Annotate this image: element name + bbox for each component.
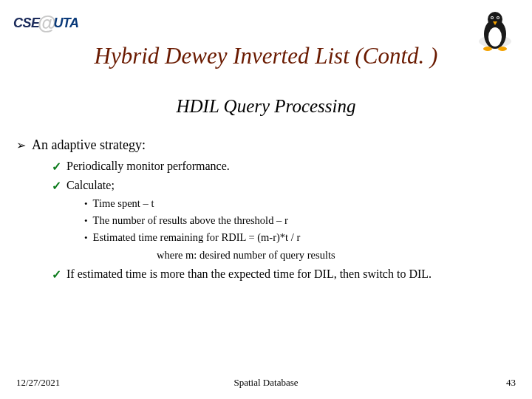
- list-item: ➢ An adaptive strategy:: [16, 137, 516, 154]
- list-item: • Time spent – t: [84, 197, 516, 211]
- lvl2-text: If estimated time is more than the expec…: [66, 267, 432, 281]
- dot-icon: •: [84, 214, 88, 228]
- dot-icon: •: [84, 231, 88, 245]
- list-item: ✓ Calculate;: [52, 179, 516, 194]
- lvl3-text: Estimated time remaining for RDIL = (m-r…: [93, 231, 301, 244]
- logo-cse: CSE: [13, 16, 40, 30]
- where-clause: where m: desired number of query results: [157, 249, 516, 262]
- lvl3-text: The number of results above the threshol…: [93, 214, 288, 227]
- list-item: • Estimated time remaining for RDIL = (m…: [84, 231, 516, 245]
- footer-label: Spatial Database: [16, 377, 516, 389]
- svg-point-7: [497, 17, 499, 18]
- lvl2-text: Periodically monitor performance.: [66, 160, 230, 173]
- content-body: ➢ An adaptive strategy: ✓ Periodically m…: [16, 133, 516, 285]
- check-icon: ✓: [52, 160, 61, 174]
- lvl3-text: Time spent – t: [93, 197, 154, 210]
- list-item: • The number of results above the thresh…: [84, 214, 516, 228]
- svg-point-6: [491, 17, 493, 18]
- logo-uta: UTA: [53, 16, 78, 30]
- logo-left: CSE@UTA: [13, 12, 79, 35]
- footer: 12/27/2021 Spatial Database 43: [16, 377, 516, 389]
- dot-icon: •: [84, 197, 88, 211]
- list-item: ✓ If estimated time is more than the exp…: [52, 267, 516, 282]
- lvl2-text: Calculate;: [66, 179, 115, 192]
- lvl1-text: An adaptive strategy:: [32, 137, 146, 153]
- check-icon: ✓: [52, 179, 61, 194]
- check-icon: ✓: [52, 267, 61, 282]
- arrow-right-icon: ➢: [16, 137, 26, 154]
- page-title: Hybrid Dewey Inverted List (Contd. ): [0, 43, 532, 69]
- list-item: ✓ Periodically monitor performance.: [52, 160, 516, 174]
- page-subtitle: HDIL Query Processing: [0, 96, 532, 117]
